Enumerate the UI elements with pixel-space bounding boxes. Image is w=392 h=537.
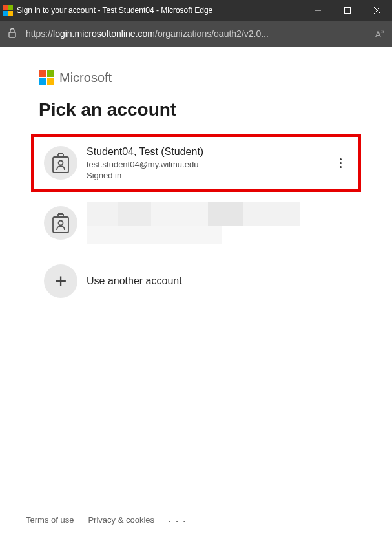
microsoft-logo-icon: [39, 70, 54, 85]
close-button[interactable]: [362, 0, 392, 21]
terms-link[interactable]: Terms of use: [26, 515, 74, 525]
maximize-button[interactable]: [333, 0, 362, 21]
main-content: Microsoft Pick an account Student04, Tes…: [0, 47, 392, 514]
footer: Terms of use Privacy & cookies . . .: [0, 514, 392, 537]
microsoft-brand: Microsoft: [39, 70, 353, 85]
microsoft-logo-icon: [3, 5, 13, 16]
redacted-account-info: [87, 202, 348, 244]
svg-point-6: [59, 161, 63, 165]
page-title: Pick an account: [39, 100, 353, 120]
account-info: Student04, Test (Student) test.student04…: [87, 145, 324, 182]
window-title: Sign in to your account - Test Student04…: [17, 6, 303, 15]
footer-more-button[interactable]: . . .: [169, 514, 187, 525]
account-email: test.student04@my.wilmu.edu: [87, 159, 324, 171]
more-options-button[interactable]: [333, 153, 348, 173]
minimize-button[interactable]: [303, 0, 333, 21]
account-status: Signed in: [87, 170, 324, 182]
lock-icon: [8, 28, 17, 40]
url-text: https://login.microsoftonline.com/organi…: [26, 28, 366, 39]
brand-text: Microsoft: [59, 70, 112, 85]
window-controls: [303, 0, 392, 21]
account-option-secondary[interactable]: [39, 200, 353, 246]
window-titlebar: Sign in to your account - Test Student04…: [0, 0, 392, 21]
svg-point-8: [59, 220, 63, 225]
badge-icon: [44, 206, 77, 240]
plus-icon: +: [44, 264, 77, 298]
badge-icon: [44, 146, 77, 180]
address-bar[interactable]: https://login.microsoftonline.com/organi…: [0, 21, 392, 47]
read-aloud-icon[interactable]: A»: [375, 28, 384, 39]
use-another-account-button[interactable]: + Use another account: [39, 257, 353, 306]
svg-rect-4: [9, 32, 15, 37]
use-another-label: Use another account: [87, 275, 182, 287]
svg-rect-1: [345, 8, 351, 14]
privacy-link[interactable]: Privacy & cookies: [88, 515, 154, 525]
account-option-primary[interactable]: Student04, Test (Student) test.student04…: [31, 134, 361, 192]
account-name: Student04, Test (Student): [87, 145, 324, 159]
